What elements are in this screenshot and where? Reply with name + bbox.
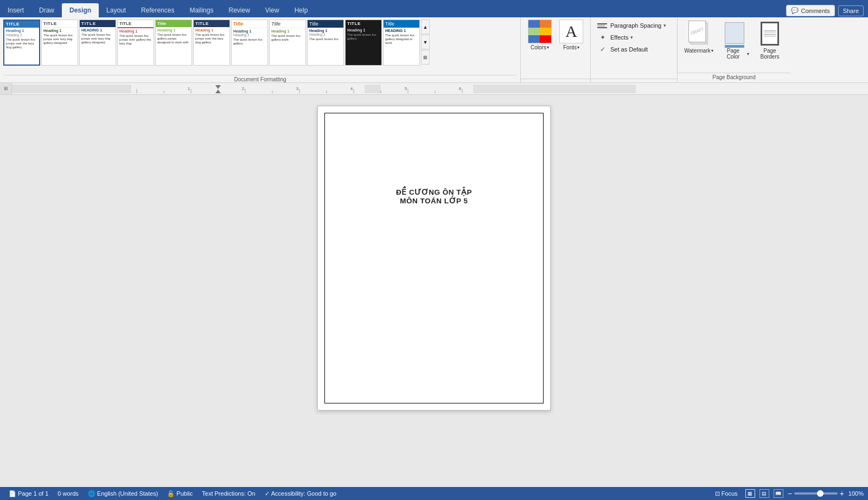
- svg-rect-0: [12, 85, 868, 93]
- status-accessibility[interactable]: ✓ Accessibility: Good to go: [260, 490, 341, 497]
- zoom-control: − + 100%: [788, 489, 864, 498]
- document-line-1: ĐỀ CƯƠNG ÔN TẬP: [342, 188, 526, 196]
- theme-gallery: TITLE Heading 1 Heading 2 The quick brow…: [3, 20, 420, 66]
- svg-rect-1: [12, 85, 131, 93]
- theme-item-6[interactable]: TITLE Heading 1 The quick brown fox jump…: [193, 20, 230, 66]
- paragraph-spacing-arrow: ▾: [663, 23, 666, 28]
- status-page-count[interactable]: 📄 Page 1 of 1: [4, 490, 53, 497]
- paragraph-spacing-icon: [597, 21, 608, 30]
- gallery-scroll-down[interactable]: ▼: [421, 35, 430, 49]
- effects-icon: ✦: [597, 33, 608, 42]
- set-as-default-button[interactable]: ✓ Set as Default: [595, 43, 673, 55]
- tab-view[interactable]: View: [258, 3, 287, 17]
- comments-icon: 💬: [791, 7, 799, 14]
- tab-references[interactable]: References: [133, 3, 182, 17]
- page-borders-label: Page Borders: [755, 48, 785, 60]
- fonts-icon: A: [559, 20, 583, 43]
- theme-item-4[interactable]: TITLE Heading 1 The quick brown fox jump…: [117, 20, 154, 66]
- document-content[interactable]: ĐỀ CƯƠNG ÔN TẬP MÔN TOÁN LỚP 5: [342, 128, 526, 205]
- document-formatting-label: Document Formatting: [3, 75, 517, 82]
- theme-item-10[interactable]: TITLE Heading 1 The quick brown fox gall…: [345, 20, 382, 66]
- tab-mailings[interactable]: Mailings: [182, 3, 221, 17]
- theme-item-5[interactable]: Title Heading 1 The quick brown fox gall…: [155, 20, 192, 66]
- page-color-icon: [723, 20, 746, 48]
- set-as-default-label: Set as Default: [610, 46, 648, 53]
- watermark-button[interactable]: DRAFT Watermark▾: [683, 20, 714, 54]
- status-visibility[interactable]: 🔓 Public: [163, 490, 197, 497]
- zoom-plus[interactable]: +: [840, 489, 844, 498]
- set-default-icon: ✓: [597, 45, 608, 54]
- gallery-scroll-controls: ▲ ▼ ⊞: [421, 20, 430, 74]
- svg-text:6: 6: [459, 86, 462, 91]
- paragraph-spacing-button[interactable]: Paragraph Spacing ▾: [595, 20, 673, 31]
- page-color-button[interactable]: Page Color▾: [720, 20, 749, 60]
- watermark-icon: DRAFT: [687, 20, 711, 48]
- colors-label: Colors▾: [531, 44, 549, 50]
- svg-text:1: 1: [188, 86, 190, 91]
- status-left: 📄 Page 1 of 1 0 words 🌐 English (United …: [4, 490, 341, 497]
- ruler-svg: 1 2 3 4 5 6: [12, 85, 868, 93]
- theme-item-1[interactable]: TITLE Heading 1 Heading 2 The quick brow…: [3, 20, 40, 66]
- design-effects-group-label: [591, 79, 677, 80]
- ribbon-tabs: Insert Draw Design Layout References Mai…: [0, 0, 868, 17]
- ruler-corner: ⊞: [0, 83, 12, 95]
- theme-item-11[interactable]: Title Heading 1 The quick brown fox gall…: [383, 20, 420, 66]
- theme-item-7[interactable]: Title Heading 1 Heading 2 The quick brow…: [231, 20, 268, 66]
- view-web-layout[interactable]: ▤: [760, 489, 769, 498]
- tab-help[interactable]: Help: [287, 3, 316, 17]
- zoom-percent[interactable]: 100%: [846, 490, 864, 497]
- effects-arrow: ▾: [630, 35, 633, 40]
- gallery-scroll-up[interactable]: ▲: [421, 20, 430, 34]
- zoom-minus[interactable]: −: [788, 489, 792, 498]
- watermark-label: Watermark▾: [684, 48, 713, 54]
- share-button[interactable]: Share: [838, 5, 864, 16]
- svg-rect-2: [365, 85, 381, 93]
- gallery-more[interactable]: ⊞: [421, 50, 430, 65]
- page-color-label: Page Color▾: [720, 48, 749, 60]
- theme-item-2[interactable]: TITLE Heading 1 The quick brown fox jump…: [41, 20, 78, 66]
- fonts-label: Fonts▾: [563, 44, 579, 50]
- tab-review[interactable]: Review: [221, 3, 257, 17]
- document-page[interactable]: ĐỀ CƯƠNG ÔN TẬP MÔN TOÁN LỚP 5: [317, 106, 551, 411]
- effects-label: Effects: [610, 34, 628, 41]
- zoom-thumb: [817, 490, 824, 497]
- document-line-2: MÔN TOÁN LỚP 5: [342, 196, 526, 205]
- effects-button[interactable]: ✦ Effects ▾: [595, 31, 673, 43]
- ruler-area: 1 2 3 4 5 6: [12, 85, 868, 93]
- page-background-group-label: Page Background: [678, 73, 790, 80]
- page-borders-icon: [758, 20, 782, 48]
- svg-text:2: 2: [242, 86, 245, 91]
- theme-item-8[interactable]: Title Heading 1 The quick brown fox gall…: [269, 20, 306, 66]
- tab-draw[interactable]: Draw: [31, 3, 62, 17]
- view-read-mode[interactable]: 📖: [774, 489, 783, 498]
- fonts-button[interactable]: A Fonts▾: [557, 20, 586, 50]
- tab-layout[interactable]: Layout: [99, 3, 133, 17]
- status-language[interactable]: 🌐 English (United States): [84, 490, 163, 497]
- comments-label: Comments: [801, 8, 829, 14]
- document-area: ĐỀ CƯƠNG ÔN TẬP MÔN TOÁN LỚP 5: [0, 95, 868, 487]
- page-borders-button[interactable]: Page Borders: [755, 20, 785, 60]
- status-right: ⊡ Focus ▦ ▤ 📖 − + 100%: [712, 489, 864, 498]
- theme-item-9[interactable]: Title Heading 1 Heading 2 The quick brow…: [307, 20, 344, 66]
- svg-text:4: 4: [350, 86, 353, 91]
- status-text-predictions[interactable]: Text Predictions: On: [197, 490, 259, 497]
- svg-rect-3: [473, 85, 636, 93]
- status-word-count[interactable]: 0 words: [53, 490, 83, 497]
- theme-item-3[interactable]: TITLE HEADING 1 The quick brown fox jump…: [79, 20, 116, 66]
- tab-design[interactable]: Design: [62, 3, 99, 17]
- zoom-slider[interactable]: [794, 492, 838, 495]
- view-print-layout[interactable]: ▦: [745, 489, 755, 498]
- colors-fonts-group-label: [521, 79, 590, 80]
- focus-button[interactable]: ⊡ Focus: [712, 490, 741, 497]
- svg-text:5: 5: [405, 86, 407, 91]
- paragraph-spacing-label: Paragraph Spacing: [610, 22, 661, 29]
- ruler-bar: ⊞ 1 2 3 4 5: [0, 83, 868, 95]
- colors-swatch: [528, 20, 552, 43]
- status-bar: 📄 Page 1 of 1 0 words 🌐 English (United …: [0, 487, 868, 500]
- svg-text:3: 3: [296, 86, 299, 91]
- tab-insert[interactable]: Insert: [0, 3, 31, 17]
- colors-button[interactable]: Colors▾: [525, 20, 554, 50]
- comments-button[interactable]: 💬 Comments: [786, 5, 834, 16]
